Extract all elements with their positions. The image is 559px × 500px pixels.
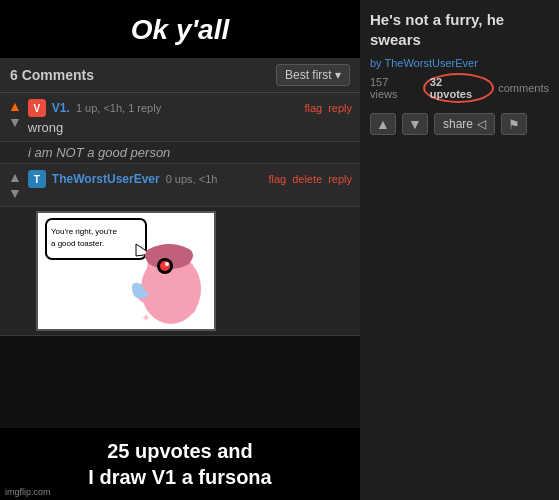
svg-text:✦: ✦ — [189, 305, 197, 316]
svg-text:You're right, you're: You're right, you're — [51, 227, 117, 236]
reply-text: i am NOT a good person — [28, 145, 170, 160]
username: V1. — [52, 101, 70, 115]
comment-body: V V1. 1 up, <1h, 1 reply flag reply wron… — [28, 99, 352, 135]
post-stats-line: 157 views 32 upvotes comments — [370, 73, 549, 103]
username-2: TheWorstUserEver — [52, 172, 160, 186]
comment-actions-2: flag delete reply — [268, 173, 352, 185]
delete-link[interactable]: delete — [292, 173, 322, 185]
comment-stats: 1 up, <1h, 1 reply — [76, 102, 161, 114]
comment-image-box: You're right, you're a good toaster. — [36, 211, 216, 331]
comment-item-2: ▲ ▼ T TheWorstUserEver 0 ups, <1h flag d… — [0, 164, 360, 207]
comment-meta-2: T TheWorstUserEver 0 ups, <1h flag delet… — [28, 170, 352, 188]
imgflip-watermark: imgflip.com — [5, 487, 51, 497]
upvotes-badge: 32 upvotes — [423, 73, 494, 103]
character-svg: You're right, you're a good toaster. — [41, 214, 211, 329]
upvote-button[interactable]: ▲ — [8, 99, 22, 113]
share-icon: ◁ — [477, 117, 486, 131]
upvote-post-button[interactable]: ▲ — [370, 113, 396, 135]
comment-stats-2: 0 ups, <1h — [166, 173, 218, 185]
comment-meta: V V1. 1 up, <1h, 1 reply flag reply — [28, 99, 352, 117]
comment-item: ▲ ▼ V V1. 1 up, <1h, 1 reply flag reply … — [0, 93, 360, 142]
comments-count: 6 Comments — [10, 67, 94, 83]
meme-bottom-span: 25 upvotes and I draw V1 a fursona — [88, 440, 271, 488]
comment-actions: flag reply — [304, 102, 352, 114]
svg-text:a good toaster.: a good toaster. — [51, 239, 104, 248]
reply-link[interactable]: reply — [328, 102, 352, 114]
by-label: by — [370, 57, 382, 69]
post-title: He's not a furry, he swears — [370, 10, 549, 49]
svg-point-7 — [160, 261, 170, 271]
comments-label: comments — [498, 82, 549, 94]
upvote-button-2[interactable]: ▲ — [8, 170, 22, 184]
up-arrow-icon: ▲ — [376, 116, 390, 132]
action-row: ▲ ▼ share ◁ ⚑ — [370, 113, 549, 135]
comment-image-row: You're right, you're a good toaster. — [0, 207, 360, 336]
svg-text:✦: ✦ — [141, 311, 151, 325]
share-button[interactable]: share ◁ — [434, 113, 495, 135]
share-label: share — [443, 117, 473, 131]
reply-link-2[interactable]: reply — [328, 173, 352, 185]
vote-controls-2: ▲ ▼ — [8, 170, 22, 200]
avatar: V — [28, 99, 46, 117]
comment-text: wrong — [28, 120, 352, 135]
flag-link[interactable]: flag — [304, 102, 322, 114]
downvote-button-2[interactable]: ▼ — [8, 186, 22, 200]
flag-post-button[interactable]: ⚑ — [501, 113, 527, 135]
down-arrow-icon: ▼ — [408, 116, 422, 132]
meme-top-text: Ok y'all — [0, 0, 360, 64]
flag-icon: ⚑ — [508, 117, 520, 132]
views-count: 157 views — [370, 76, 419, 100]
meme-image: Ok y'all 6 Comments Best first ▾ ▲ ▼ V V… — [0, 0, 360, 500]
post-author[interactable]: TheWorstUserEver — [384, 57, 477, 69]
comments-header: 6 Comments Best first ▾ — [0, 58, 360, 93]
post-author-line: by TheWorstUserEver — [370, 57, 549, 69]
downvote-post-button[interactable]: ▼ — [402, 113, 428, 135]
meme-bottom-text: 25 upvotes and I draw V1 a fursona — [0, 428, 360, 500]
vote-controls: ▲ ▼ — [8, 99, 22, 135]
right-panel: He's not a furry, he swears by TheWorstU… — [360, 0, 559, 500]
sort-dropdown[interactable]: Best first ▾ — [276, 64, 350, 86]
flag-link-2[interactable]: flag — [268, 173, 286, 185]
comments-section: 6 Comments Best first ▾ ▲ ▼ V V1. 1 up, … — [0, 58, 360, 336]
comment-body-2: T TheWorstUserEver 0 ups, <1h flag delet… — [28, 170, 352, 200]
downvote-button[interactable]: ▼ — [8, 115, 22, 129]
avatar-2: T — [28, 170, 46, 188]
svg-point-8 — [165, 262, 169, 266]
sort-label: Best first ▾ — [285, 68, 341, 82]
left-panel: Ok y'all 6 Comments Best first ▾ ▲ ▼ V V… — [0, 0, 360, 500]
